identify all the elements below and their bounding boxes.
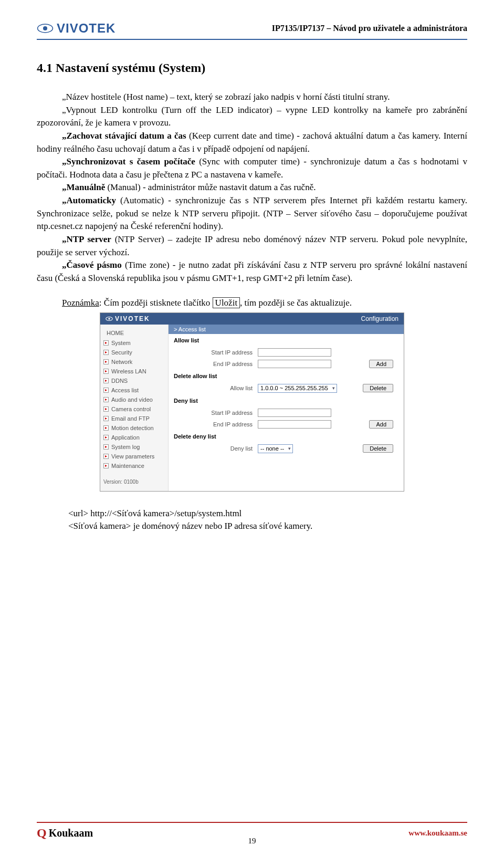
koukaam-icon: Q <box>37 826 47 840</box>
ss-add-deny-button[interactable]: Add <box>369 420 393 429</box>
vivotek-logo-text: VIVOTEK <box>57 21 116 36</box>
para-2: „Vypnout LED kontrolku (Turn off the LED… <box>37 104 467 130</box>
ss-nav-item[interactable]: ▸Audio and video <box>100 395 168 404</box>
ss-nav-label: Email and FTP <box>111 415 150 422</box>
koukaam-text: Koukaam <box>49 827 93 839</box>
svg-point-3 <box>108 318 110 320</box>
page-header: VIVOTEK IP7135/IP7137 – Návod pro uživat… <box>37 21 467 40</box>
arrow-right-icon: ▸ <box>103 463 109 468</box>
ss-nav-label: Application <box>111 434 140 441</box>
ss-nav-item[interactable]: ▸View parameters <box>100 452 168 461</box>
ss-nav-item[interactable]: ▸Camera control <box>100 404 168 414</box>
arrow-right-icon: ▸ <box>103 378 109 383</box>
ss-topbar: VIVOTEK Configuration <box>100 313 404 325</box>
ss-nav-label: System <box>111 340 131 346</box>
config-screenshot: VIVOTEK Configuration HOME ▸System▸Secur… <box>100 312 404 492</box>
note: Poznámka: Čím později stisknete tlačítko… <box>37 298 467 308</box>
note-save-button-ref: Uložit <box>213 297 240 308</box>
arrow-right-icon: ▸ <box>103 416 109 421</box>
ss-vivotek-logo: VIVOTEK <box>106 315 150 322</box>
ss-nav-item[interactable]: ▸Security <box>100 348 168 357</box>
ss-nav-item[interactable]: ▸Maintenance <box>100 461 168 471</box>
arrow-right-icon: ▸ <box>103 369 109 374</box>
ss-nav-label: Security <box>111 349 132 356</box>
ss-nav-label: View parameters <box>111 453 154 460</box>
ss-deny-start-ip-input[interactable] <box>258 409 331 417</box>
para-8: „Časové pásmo (Time zone) - je nutno zad… <box>37 259 467 285</box>
ss-allow-list-label: Allow list <box>174 385 258 391</box>
ss-nav-label: Motion detection <box>111 425 154 431</box>
ss-sidebar: HOME ▸System▸Security▸Network▸Wireless L… <box>100 325 169 491</box>
arrow-right-icon: ▸ <box>103 388 109 393</box>
ss-delete-deny-header: Delete deny list <box>169 430 404 443</box>
para-3: „Zachovat stávající datum a čas (Keep cu… <box>37 130 467 155</box>
ss-allow-list-header: Allow list <box>169 334 404 347</box>
ss-nav-item[interactable]: ▸Wireless LAN <box>100 367 168 376</box>
ss-nav-label: Network <box>111 359 132 365</box>
svg-point-1 <box>43 26 47 30</box>
ss-nav-label: Access list <box>111 387 139 393</box>
url-line-2: <Síťová kamera> je doménový název nebo I… <box>68 520 467 533</box>
arrow-right-icon: ▸ <box>103 454 109 459</box>
ss-add-button[interactable]: Add <box>369 360 393 368</box>
eye-icon <box>37 23 54 34</box>
para-4: „Synchronizovat s časem počítače (Sync w… <box>37 155 467 181</box>
ss-nav-item[interactable]: ▸System <box>100 338 168 348</box>
para-7: „NTP server (NTP Server) – zadejte IP ad… <box>37 233 467 259</box>
koukaam-logo: Q Koukaam <box>37 826 93 840</box>
arrow-right-icon: ▸ <box>103 406 109 412</box>
ss-deny-end-ip-input[interactable] <box>258 420 331 429</box>
ss-deny-list-label: Deny list <box>174 445 258 452</box>
ss-deny-select[interactable]: -- none -- <box>258 444 293 453</box>
ss-delete-allow-header: Delete allow list <box>169 370 404 382</box>
arrow-right-icon: ▸ <box>103 435 109 440</box>
vivotek-logo: VIVOTEK <box>37 21 116 36</box>
ss-nav-item[interactable]: ▸Application <box>100 433 168 442</box>
ss-nav-label: DDNS <box>111 378 128 384</box>
ss-start-ip-label: Start IP address <box>174 349 258 356</box>
ss-nav-item[interactable]: ▸Access list <box>100 385 168 395</box>
ss-nav-label: System log <box>111 444 140 450</box>
arrow-right-icon: ▸ <box>103 397 109 402</box>
eye-icon <box>106 316 113 321</box>
ss-nav-label: Wireless LAN <box>111 368 146 374</box>
arrow-right-icon: ▸ <box>103 350 109 355</box>
ss-start-ip-label-2: Start IP address <box>174 410 258 416</box>
ss-end-ip-label: End IP address <box>174 361 258 367</box>
ss-nav-label: Audio and video <box>111 396 153 403</box>
document-title: IP7135/IP7137 – Návod pro uživatele a ad… <box>272 24 467 33</box>
body-content: „Název hostitele (Host name) – text, kte… <box>37 91 467 285</box>
ss-start-ip-input[interactable] <box>258 348 331 357</box>
arrow-right-icon: ▸ <box>103 359 109 364</box>
section-heading: 4.1 Nastavení systému (System) <box>37 61 467 75</box>
ss-delete-deny-button[interactable]: Delete <box>363 444 393 453</box>
ss-nav-item[interactable]: ▸DDNS <box>100 376 168 385</box>
ss-home-link[interactable]: HOME <box>100 328 168 338</box>
footer-url: www.koukaam.se <box>408 829 467 838</box>
ss-allow-select[interactable]: 1.0.0.0 ~ 255.255.255.255 <box>258 384 337 393</box>
ss-nav-label: Maintenance <box>111 463 144 469</box>
ss-nav-label: Camera control <box>111 406 151 412</box>
ss-config-link[interactable]: Configuration <box>361 315 398 322</box>
ss-nav-item[interactable]: ▸Network <box>100 357 168 367</box>
url-reference: <url> http://<Síťová kamera>/setup/syste… <box>68 507 467 533</box>
note-label: Poznámka <box>62 298 99 308</box>
ss-nav-item[interactable]: ▸System log <box>100 442 168 452</box>
para-1: „Název hostitele (Host name) – text, kte… <box>37 91 467 104</box>
para-5: „Manuálně (Manual) - administrátor může … <box>37 181 467 194</box>
para-6: „Automaticky (Automatic) - synchronizuje… <box>37 194 467 233</box>
ss-version: Version: 0100b <box>100 471 168 488</box>
ss-breadcrumb: > Access list <box>169 325 404 334</box>
ss-nav-item[interactable]: ▸Motion detection <box>100 423 168 433</box>
ss-main-panel: > Access list Allow list Start IP addres… <box>169 325 404 491</box>
ss-end-ip-input[interactable] <box>258 360 331 368</box>
arrow-right-icon: ▸ <box>103 444 109 450</box>
page-number: 19 <box>248 837 256 845</box>
ss-nav-item[interactable]: ▸Email and FTP <box>100 414 168 423</box>
ss-end-ip-label-2: End IP address <box>174 421 258 427</box>
ss-deny-list-header: Deny list <box>169 394 404 407</box>
url-line-1: <url> http://<Síťová kamera>/setup/syste… <box>68 507 467 520</box>
arrow-right-icon: ▸ <box>103 425 109 431</box>
arrow-right-icon: ▸ <box>103 340 109 346</box>
ss-delete-allow-button[interactable]: Delete <box>363 384 393 392</box>
